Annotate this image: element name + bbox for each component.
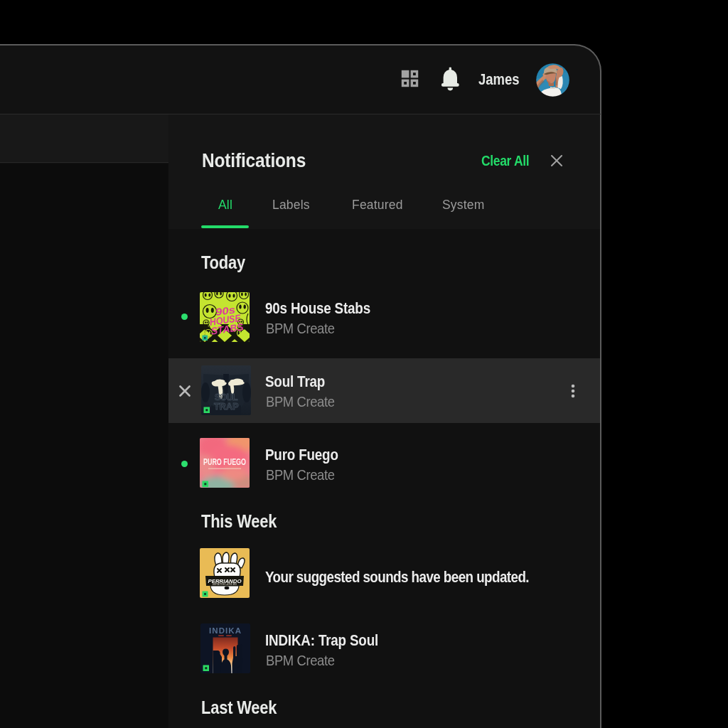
svg-text:SOUL: SOUL <box>215 392 239 402</box>
svg-text:TRAP: TRAP <box>214 402 240 412</box>
svg-text:PURO FUEGO: PURO FUEGO <box>203 456 246 467</box>
svg-text:INDIKA: INDIKA <box>209 626 242 635</box>
